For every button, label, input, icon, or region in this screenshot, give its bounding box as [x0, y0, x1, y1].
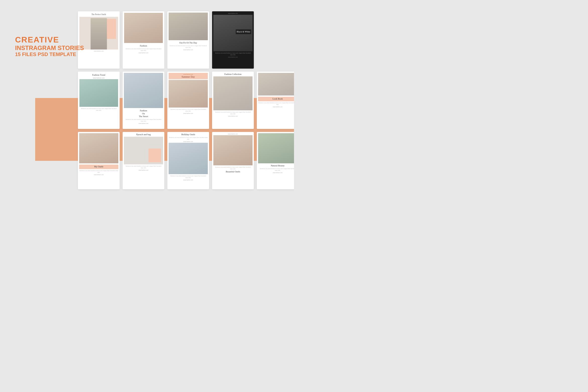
card-14-url: www.fashion.com: [259, 172, 294, 173]
card-6-title: Fashion On The Street: [125, 109, 162, 118]
card-11-photo: [124, 137, 163, 164]
card-4-content: Sentence una amet tincidunt ut lacus sem…: [213, 51, 253, 58]
card-12-photo: [169, 143, 208, 174]
card-11-url: www.fashion.com: [124, 169, 163, 171]
card-9-title: Look Book: [260, 97, 294, 101]
card-9-photo: [258, 73, 294, 95]
cards-grid: The Perfect Outfit www.fashion.com Fashi…: [78, 11, 294, 189]
card-fashion-street: Fashion On The Street Sentence una amet …: [123, 72, 164, 129]
card-3-url: www.fashion.com: [170, 49, 207, 51]
card-6-body: Sentence una amet tincidunt ut lacus sem…: [125, 119, 162, 122]
card-11-title: Ppouch and bag: [124, 133, 163, 136]
card-8-title: Fashion Collection: [213, 73, 253, 76]
card-5-title: Fashion Trend: [79, 74, 118, 77]
card-11-body: Sentence una amet tincidunt ut lacus sem…: [124, 165, 163, 169]
card-11-content: Sentence una amet tincidunt ut lacus sem…: [124, 164, 163, 172]
card-13-content: Sentence una amet tincidunt ut lacus sem…: [213, 165, 253, 175]
card-14-content: Natural Beauty Sentence una amet tincidu…: [258, 163, 294, 174]
files-label: 15 FILES PSD TEMPLATE: [15, 52, 84, 57]
card-4-url: www.fashion.com: [214, 56, 252, 58]
card-8-content: Sentence una amet tincidunt ut lacus sem…: [213, 110, 253, 118]
card-7-url: www.fashion.com: [169, 113, 207, 114]
card-8-body: Sentence una amet tincidunt ut lacus sem…: [214, 111, 252, 115]
instagram-label: INSTRAGRAM STORIES: [15, 44, 84, 52]
peach-band-mask: [0, 98, 35, 161]
card-beautiful-outfit: www.fashion.com Sentence una amet tincid…: [212, 132, 254, 189]
card-13-body: Sentence una amet tincidunt ut lacus sem…: [214, 166, 252, 170]
card-2-title: Fashion: [125, 44, 162, 47]
card-ppouch-bag: Ppouch and bag Sentence una amet tincidu…: [123, 132, 164, 189]
card-4-photo: Black & White: [213, 15, 253, 51]
card-9-body: Sentence una amet tincidunt ut lacus sem…: [258, 102, 294, 106]
card-6-content: Fashion On The Street Sentence una amet …: [124, 108, 163, 125]
card-4-body: Sentence una amet tincidunt ut lacus sem…: [214, 52, 252, 56]
card-12-url-top: www.fashion.com: [169, 141, 208, 142]
card-natural-beauty: Natural Beauty Sentence una amet tincidu…: [257, 132, 294, 189]
card-13-url-top: www.fashion.com: [213, 133, 253, 135]
card-1-photo: [79, 17, 118, 50]
card-my-outfit: My Outfit Sentence una amet tincidunt ut…: [78, 132, 120, 189]
card-2-photo: [124, 13, 163, 43]
card-13-title: Beautiful Outfit: [214, 170, 252, 173]
card-7-body: Sentence una amet tincidunt ut lacus sem…: [169, 109, 207, 112]
card-7-title: Summer Day: [170, 75, 207, 78]
card-7-content: Sentence una amet tincidunt ut lacus sem…: [169, 108, 208, 115]
card-10-title: My Outfit: [81, 165, 117, 168]
card-14-body: Sentence una amet tincidunt ut lacus sem…: [259, 168, 294, 171]
card-12-title: Holliday Outfit: [169, 133, 208, 136]
card-8-photo: [213, 76, 253, 110]
card-6-photo: [124, 73, 163, 108]
card-5-body: Sentence una amet tincidunt ut lacus sem…: [80, 108, 118, 111]
card-3-photo: [169, 13, 208, 40]
card-6-url: www.fashion.com: [125, 123, 162, 124]
card-12-body: Sentence una amet tincidunt ut lacus sem…: [169, 175, 207, 179]
card-5-subtitle: www.fashion.com: [79, 77, 118, 79]
card-7-header: www.fashion.com Summer Day: [169, 73, 208, 79]
card-12-body-top: Sentence una amet tincidunt ut lacus sem…: [169, 137, 208, 140]
card-14-title: Natural Beauty: [259, 164, 294, 167]
card-fashion-collection: Fashion Collection Sentence una amet tin…: [212, 72, 254, 129]
card-2-url: www.fashion.com: [125, 52, 162, 54]
card-4-bw-label: Black & White: [236, 29, 251, 34]
card-holiday-outfit: Holliday Outfit Sentence una amet tincid…: [167, 132, 209, 189]
card-2-content: Fashion Sentence una amet tincidunt ut l…: [124, 43, 163, 54]
card-fashion: Fashion Sentence una amet tincidunt ut l…: [123, 11, 164, 69]
card-1-title: The Perfect Outfit: [79, 13, 118, 16]
card-3-body: Sentence una amet tincidunt ut lacus sem…: [170, 45, 207, 48]
card-10-badge: My Outfit: [79, 165, 118, 169]
card-black-white: www.fashion.com Black & White Sentence u…: [212, 11, 254, 69]
card-summer-day: www.fashion.com Summer Day Sentence una …: [167, 72, 209, 129]
card-perfect-outfit: The Perfect Outfit www.fashion.com: [78, 11, 120, 69]
card-10-url: www.fashion.com: [79, 174, 118, 175]
card-14-photo: [258, 133, 294, 163]
card-5-photo: [79, 79, 118, 107]
card-3-content: Out Fit Of The Day Sentence una amet tin…: [169, 40, 208, 52]
card-2-body: Sentence una amet tincidunt ut lacus sem…: [125, 48, 162, 52]
card-9-url: www.fashion.com: [258, 106, 294, 108]
card-10-photo: [79, 133, 118, 163]
card-8-url: www.fashion.com: [214, 115, 252, 117]
card-10-body: Sentence una amet tincidunt ut lacus sem…: [79, 170, 118, 173]
card-4-url-top: www.fashion.com: [213, 13, 253, 14]
card-3-title: Out Fit Of The Day: [170, 41, 207, 44]
card-fashion-trend: Fashion Trend www.fashion.com Sentence u…: [78, 72, 120, 129]
left-text-block: CREATIVE INSTRAGRAM STORIES 15 FILES PSD…: [15, 35, 84, 57]
card-12-url: www.fashion.com: [169, 179, 207, 181]
card-1-url: www.fashion.com: [79, 50, 118, 52]
card-12-content: Sentence una amet tincidunt ut lacus sem…: [169, 174, 208, 182]
card-9-badge: Look Book: [258, 97, 294, 101]
card-5-content: Sentence una amet tincidunt ut lacus sem…: [79, 107, 118, 113]
card-7-photo: [169, 80, 208, 108]
creative-label: CREATIVE: [15, 35, 84, 44]
card-13-photo: [213, 135, 253, 165]
card-look-book: Look Book Sentence una amet tincidunt ut…: [257, 72, 294, 129]
card-outfit-day: Out Fit Of The Day Sentence una amet tin…: [167, 11, 209, 69]
